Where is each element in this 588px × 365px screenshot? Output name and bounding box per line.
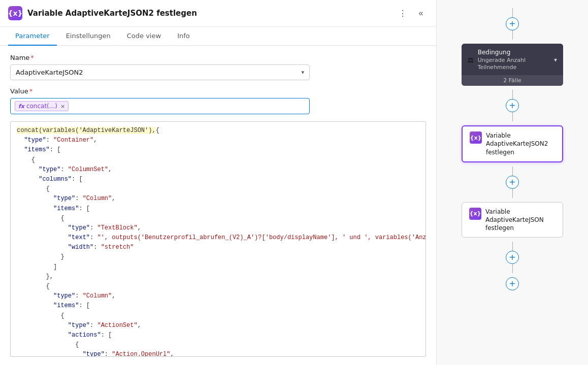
code-line-13: } <box>17 252 419 262</box>
condition-node: ⚖ Bedingung Ungerade Anzahl Teilnehmende… <box>462 44 563 86</box>
connector-3: + <box>506 242 519 273</box>
collapse-button[interactable]: « <box>414 6 428 20</box>
tab-parameter[interactable]: Parameter <box>8 27 57 46</box>
second-variable-node[interactable]: {x} Variable AdaptiveKarteJSON festlegen <box>462 202 563 238</box>
concat-token[interactable]: fx concat(...) × <box>15 101 69 111</box>
code-line-3: { <box>17 155 419 165</box>
add-step-1-button[interactable]: + <box>506 99 519 112</box>
code-line-9: { <box>17 214 419 223</box>
code-line-20: "type": "ActionSet", <box>17 321 419 330</box>
code-line-6: { <box>17 184 419 194</box>
connector-line-2b <box>512 189 513 198</box>
name-select[interactable]: AdaptiveKarteJSON2 ▾ <box>10 64 310 80</box>
code-line-2: "items": [ <box>17 145 419 155</box>
connector-1: + <box>506 90 519 121</box>
panel-title: Variable AdaptiveKarteJSON2 festlegen <box>27 9 390 18</box>
top-connector: + <box>506 8 519 40</box>
chevron-down-icon: ▾ <box>301 69 304 76</box>
variable-node-text: Variable AdaptiveKarteJSON2 festlegen <box>486 131 555 156</box>
condition-footer: 2 Fälle <box>462 75 563 86</box>
add-step-3-button[interactable]: + <box>506 251 519 264</box>
name-field-group: Name* AdaptiveKarteJSON2 ▾ <box>10 54 426 80</box>
condition-title-text: Bedingung Ungerade Anzahl Teilnehmende <box>478 49 550 71</box>
add-step-top-button[interactable]: + <box>506 17 519 30</box>
value-field-group: Value* fx concat(...) × <box>10 87 426 114</box>
connector-2: + <box>506 167 519 198</box>
value-label: Value* <box>10 87 426 95</box>
token-label: concat(...) <box>26 103 57 110</box>
add-step-2-button[interactable]: + <box>506 176 519 189</box>
code-line-12: "width": "stretch" <box>17 243 419 252</box>
more-options-button[interactable]: ⋮ <box>396 6 410 20</box>
code-line-19: { <box>17 311 419 321</box>
connector-line-top2 <box>512 30 513 40</box>
header-actions: ⋮ « <box>396 6 428 20</box>
add-step-4-button[interactable]: + <box>506 277 519 290</box>
variable-node2-icon: {x} <box>469 208 481 220</box>
connector-line-3a <box>512 242 513 251</box>
code-line-10: "type": "TextBlock", <box>17 223 419 233</box>
tab-codeview[interactable]: Code view <box>120 27 168 46</box>
code-line-8: "items": [ <box>17 204 419 214</box>
code-line-0: concat(variables('AdaptiveKarteJSON'),{ <box>17 126 419 136</box>
name-value: AdaptiveKarteJSON2 <box>16 69 83 76</box>
code-line-21: "actions": [ <box>17 330 419 340</box>
form-content: Name* AdaptiveKarteJSON2 ▾ Value* fx con… <box>0 46 436 365</box>
app-icon: {x} <box>8 6 22 20</box>
code-line-14: ] <box>17 262 419 272</box>
code-line-4: "type": "ColumnSet", <box>17 165 419 175</box>
connector-line-3b <box>512 264 513 273</box>
code-line-15: }, <box>17 272 419 282</box>
condition-expand-icon[interactable]: ▾ <box>554 56 557 63</box>
code-line-5: "columns": [ <box>17 175 419 184</box>
variable-node2-text: Variable AdaptiveKarteJSON festlegen <box>485 208 556 233</box>
left-panel: {x} Variable AdaptiveKarteJSON2 festlege… <box>0 0 437 365</box>
code-line-7: "type": "Column", <box>17 194 419 204</box>
code-line-22: { <box>17 340 419 350</box>
tabs-bar: Parameter Einstellungen Code view Info <box>0 27 436 46</box>
token-input[interactable]: fx concat(...) × <box>10 98 310 114</box>
code-line-16: { <box>17 282 419 291</box>
active-variable-node[interactable]: {x} Variable AdaptiveKarteJSON2 festlege… <box>462 125 563 162</box>
name-label: Name* <box>10 54 426 61</box>
condition-icon: ⚖ <box>468 56 474 64</box>
connector-line-2a <box>512 167 513 176</box>
token-close-icon[interactable]: × <box>60 103 65 110</box>
connector-line-1b <box>512 112 513 121</box>
panel-header: {x} Variable AdaptiveKarteJSON2 festlege… <box>0 0 436 27</box>
code-line-17: "type": "Column", <box>17 291 419 301</box>
code-line-23: "type": "Action.OpenUrl", <box>17 350 419 357</box>
code-line-1: "type": "Container", <box>17 136 419 145</box>
fx-icon: fx <box>18 103 24 110</box>
code-line-11: "text": "', outputs('Benutzerprofil_abru… <box>17 233 419 243</box>
connector-line-1a <box>512 90 513 99</box>
right-panel: + ⚖ Bedingung Ungerade Anzahl Teilnehmen… <box>437 0 588 365</box>
tab-info[interactable]: Info <box>170 27 197 46</box>
condition-header: ⚖ Bedingung Ungerade Anzahl Teilnehmende… <box>462 44 563 75</box>
code-line-18: "items": [ <box>17 301 419 311</box>
code-editor[interactable]: concat(variables('AdaptiveKarteJSON'),{ … <box>10 121 426 357</box>
connector-line-top <box>512 8 513 17</box>
tab-einstellungen[interactable]: Einstellungen <box>59 27 118 46</box>
variable-node-icon: {x} <box>470 131 482 144</box>
